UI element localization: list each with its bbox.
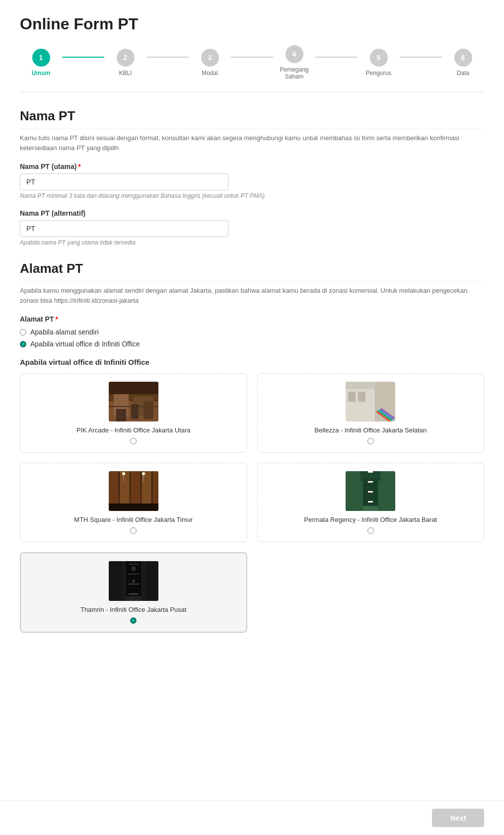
svg-point-55 — [131, 566, 136, 571]
svg-rect-39 — [368, 471, 373, 473]
nama-pt-title: Nama PT — [20, 108, 484, 129]
svg-rect-19 — [348, 392, 356, 402]
step-label-2: KBLI — [119, 70, 132, 77]
office-img-bellezza — [346, 382, 395, 421]
office-card-permata[interactable]: Permata Regency - Infiniti Office Jakart… — [257, 463, 485, 542]
office-name-bellezza: Bellezza - Infiniti Office Jakarta Selat… — [314, 426, 427, 434]
step-data[interactable]: 6 Data — [442, 49, 484, 77]
footer-bar: Next — [0, 800, 504, 835]
svg-rect-32 — [109, 503, 158, 511]
radio-sendiri-label: Apabila alamat sendiri — [30, 328, 99, 336]
office-radio-permata[interactable] — [367, 527, 374, 534]
office-img-pik — [109, 382, 158, 421]
nama-pt-utama-input[interactable] — [20, 173, 228, 190]
step-connector-3 — [231, 57, 273, 58]
svg-rect-40 — [368, 481, 373, 483]
radio-sendiri[interactable]: Apabila alamat sendiri — [20, 328, 484, 336]
step-label-1: Umum — [32, 70, 50, 77]
office-card-thamrin[interactable]: Thamrin - Infiniti Office Jakarta Pusat — [20, 552, 247, 633]
step-circle-5: 5 — [370, 49, 388, 67]
alamat-pt-group: Alamat PT* Apabila alamat sendiri Apabil… — [20, 315, 484, 348]
step-circle-3: 3 — [201, 49, 219, 67]
alamat-radio-group: Apabila alamat sendiri Apabila virtual o… — [20, 328, 484, 348]
alamat-pt-title: Alamat PT — [20, 261, 484, 282]
step-pengurus[interactable]: 5 Pengurus — [358, 49, 400, 77]
svg-rect-52 — [129, 584, 139, 584]
office-grid-row3: Thamrin - Infiniti Office Jakarta Pusat — [20, 552, 484, 633]
nama-pt-alternatif-label: Nama PT (alternatif) — [20, 209, 484, 217]
office-card-bellezza[interactable]: Bellezza - Infiniti Office Jakarta Selat… — [257, 373, 485, 453]
radio-virtual[interactable]: Apabila virtual office di Infiniti Offic… — [20, 340, 484, 348]
step-connector-4 — [315, 57, 358, 58]
office-name-permata: Permata Regency - Infiniti Office Jakart… — [304, 516, 437, 523]
office-name-mth: MTH Square - Infiniti Office Jakarta Tim… — [74, 516, 193, 523]
svg-rect-43 — [363, 506, 378, 511]
alamat-pt-desc: Apabila kamu menggunakan alamat sendiri … — [20, 286, 484, 305]
office-radio-pik[interactable] — [130, 438, 137, 444]
office-radio-mth[interactable] — [130, 527, 137, 534]
step-connector-2 — [146, 57, 189, 58]
step-label-4: Pemegang Saham — [273, 66, 315, 80]
office-radio-bellezza[interactable] — [367, 438, 374, 444]
office-empty-slot — [257, 552, 485, 633]
nama-pt-utama-hint: Nama PT minimal 3 kata dan dilarang meng… — [20, 192, 484, 199]
step-pemegang-saham[interactable]: 4 Pemegang Saham — [273, 45, 315, 80]
nama-pt-utama-label: Nama PT (utama)* — [20, 163, 484, 170]
svg-rect-4 — [109, 382, 158, 394]
office-img-mth — [109, 471, 158, 511]
svg-point-56 — [132, 580, 135, 583]
step-label-6: Data — [457, 70, 469, 77]
radio-sendiri-input[interactable] — [20, 329, 26, 335]
office-img-thamrin — [109, 561, 158, 601]
step-circle-6: 6 — [454, 49, 472, 67]
svg-rect-54 — [126, 596, 141, 601]
office-img-permata — [346, 471, 395, 511]
office-name-thamrin: Thamrin - Infiniti Office Jakarta Pusat — [80, 606, 187, 613]
step-connector-1 — [62, 57, 104, 58]
office-radio-thamrin[interactable] — [130, 617, 137, 624]
office-name-pik: PIK Arcade - Infiniti Office Jakarta Uta… — [76, 426, 191, 434]
alamat-pt-label: Alamat PT* — [20, 315, 484, 323]
svg-point-28 — [122, 472, 125, 475]
svg-rect-51 — [129, 574, 139, 575]
svg-rect-49 — [146, 561, 158, 601]
nama-pt-alternatif-hint: Apabila nama PT yang utama tidak tersedi… — [20, 239, 484, 246]
office-grid-row1: PIK Arcade - Infiniti Office Jakarta Uta… — [20, 373, 484, 453]
office-grid-row2: MTH Square - Infiniti Office Jakarta Tim… — [20, 463, 484, 542]
nama-pt-alternatif-input[interactable] — [20, 220, 228, 237]
nama-pt-desc: Kamu tulis nama PT disini sesuai dengan … — [20, 133, 484, 153]
svg-rect-20 — [358, 392, 365, 402]
svg-rect-48 — [109, 561, 121, 601]
nama-pt-utama-group: Nama PT (utama)* Nama PT minimal 3 kata … — [20, 163, 484, 199]
step-circle-2: 2 — [117, 49, 135, 67]
step-label-3: Modal — [202, 70, 218, 77]
svg-point-29 — [142, 472, 145, 475]
page-title: Online Form PT — [20, 15, 484, 33]
radio-virtual-label: Apabila virtual office di Infiniti Offic… — [30, 340, 140, 348]
next-button[interactable]: Next — [432, 809, 484, 827]
step-circle-4: 4 — [286, 45, 303, 63]
svg-rect-38 — [380, 471, 395, 511]
step-connector-5 — [400, 57, 442, 58]
radio-virtual-input[interactable] — [20, 341, 26, 347]
step-circle-1: 1 — [32, 49, 50, 67]
svg-rect-41 — [368, 491, 373, 493]
office-card-pik[interactable]: PIK Arcade - Infiniti Office Jakarta Uta… — [20, 373, 247, 453]
svg-rect-7 — [131, 404, 139, 419]
stepper: 1 Umum 2 KBLI 3 Modal 4 Pemegang Saham 5… — [20, 45, 484, 92]
step-modal[interactable]: 3 Modal — [189, 49, 231, 77]
svg-rect-18 — [346, 382, 375, 389]
svg-rect-42 — [368, 501, 373, 502]
office-card-mth[interactable]: MTH Square - Infiniti Office Jakarta Tim… — [20, 463, 247, 542]
svg-rect-53 — [129, 593, 139, 594]
svg-rect-37 — [346, 471, 360, 511]
step-label-5: Pengurus — [366, 70, 391, 77]
step-kbli[interactable]: 2 KBLI — [104, 49, 146, 77]
svg-rect-8 — [144, 402, 153, 419]
svg-rect-50 — [129, 564, 139, 565]
step-umum[interactable]: 1 Umum — [20, 49, 62, 77]
nama-pt-alternatif-group: Nama PT (alternatif) Apabila nama PT yan… — [20, 209, 484, 246]
virtual-office-title: Apabila virtual office di Infiniti Offic… — [20, 358, 484, 366]
svg-rect-6 — [116, 409, 126, 421]
alamat-pt-section: Alamat PT Apabila kamu menggunakan alama… — [20, 261, 484, 633]
